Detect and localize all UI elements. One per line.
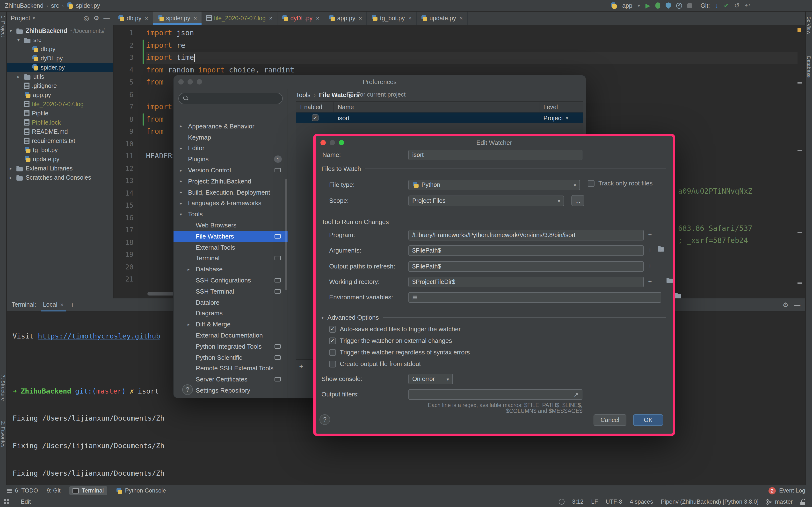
syntax-errors-checkbox[interactable]: Trigger the watcher regardless of syntax… (329, 349, 470, 356)
settings-item-datalore[interactable]: Datalore (173, 297, 288, 308)
locate-file-icon[interactable]: ◎ (84, 14, 89, 22)
file-encoding[interactable]: UTF-8 (606, 498, 622, 505)
file-type-combobox[interactable]: Python▾ (408, 180, 580, 190)
tree-item-app-py[interactable]: app.py (7, 90, 113, 100)
close-icon[interactable]: × (145, 15, 148, 21)
stop-button[interactable] (688, 3, 692, 8)
tab-dydl-py[interactable]: dyDL.py× (277, 12, 324, 24)
tree-item-requirements[interactable]: requirements.txt (7, 136, 113, 145)
breadcrumb-dir[interactable]: src (51, 2, 59, 9)
update-project-button[interactable]: ↓ (715, 2, 718, 9)
tool-button-todo[interactable]: 6: TODO (7, 487, 38, 494)
watcher-row-isort[interactable]: isort Project▾ (296, 113, 583, 123)
scope-combobox[interactable]: Project Files▾ (408, 195, 564, 206)
settings-item-project[interactable]: ▸Project: ZhihuBackend (173, 176, 288, 187)
settings-item-tools[interactable]: ▾Tools (173, 209, 288, 220)
tree-item-update-py[interactable]: update.py (7, 155, 113, 164)
settings-item-python-integrated-tools[interactable]: Python Integrated Tools (173, 341, 288, 352)
settings-item-version-control[interactable]: ▸Version Control (173, 165, 288, 176)
chevron-down-icon[interactable]: ▾ (33, 16, 35, 20)
tool-button-python-console[interactable]: Python Console (116, 487, 166, 494)
tree-item-gitignore[interactable]: .gitignore (7, 81, 113, 90)
settings-item-ssh-configurations[interactable]: SSH Configurations (173, 275, 288, 286)
line-separator[interactable]: LF (591, 498, 598, 505)
coverage-button[interactable] (666, 2, 671, 9)
run-config-selector[interactable]: app (622, 2, 632, 9)
insert-macro-icon[interactable]: + (648, 278, 652, 284)
close-icon[interactable]: × (194, 15, 197, 21)
tool-button-git[interactable]: 9: Git (47, 487, 60, 494)
environment-variables-field[interactable]: ▤ (408, 292, 661, 303)
settings-item-diagrams[interactable]: Diagrams (173, 308, 288, 319)
close-traffic-light[interactable] (179, 79, 184, 84)
settings-item-startup-tasks[interactable]: Startup Tasks (173, 396, 288, 398)
project-panel-title[interactable]: Project (11, 14, 30, 22)
close-icon[interactable]: × (459, 15, 463, 21)
tree-item-scratches[interactable]: ▸Scratches and Consoles (7, 173, 113, 182)
close-icon[interactable]: × (60, 301, 63, 308)
settings-tree[interactable]: ▸Appearance & Behavior Keymap ▸Editor Pl… (173, 121, 288, 398)
settings-item-diff-merge[interactable]: ▸Diff & Merge (173, 319, 288, 330)
settings-item-editor[interactable]: ▸Editor (173, 143, 288, 154)
settings-item-appearance[interactable]: ▸Appearance & Behavior (173, 121, 288, 132)
breadcrumb-project[interactable]: ZhihuBackend (5, 2, 44, 9)
track-root-checkbox[interactable]: Track only root files (588, 180, 653, 187)
tree-item-src[interactable]: ▾src (7, 35, 113, 44)
terminal-hide-icon[interactable]: — (794, 301, 800, 308)
git-branch-widget[interactable]: master (766, 498, 793, 505)
settings-item-external-documentation[interactable]: External Documentation (173, 330, 288, 341)
tab-tg-bot-py[interactable]: tg_bot.py× (367, 12, 416, 24)
arguments-field[interactable]: $FilePath$ (408, 245, 644, 256)
preferences-help-button[interactable]: ? (182, 384, 193, 395)
scope-browse-button[interactable]: ... (571, 195, 585, 206)
settings-item-build[interactable]: ▸Build, Execution, Deployment (173, 187, 288, 198)
tab-app-py[interactable]: app.py× (324, 12, 367, 24)
group-advanced-options[interactable]: ▾Advanced Options (321, 314, 666, 321)
terminal-tab-local[interactable]: Local× (41, 298, 65, 311)
proxy-globe-icon[interactable] (559, 499, 564, 505)
commit-button[interactable]: ✔ (724, 2, 729, 9)
stdout-output-checkbox[interactable]: Create output file from stdout (329, 360, 421, 368)
profiler-button[interactable] (676, 3, 682, 8)
caret-position[interactable]: 3:12 (572, 498, 583, 505)
tab-log-file[interactable]: file_2020-07-07.log× (202, 12, 277, 24)
autosave-checkbox[interactable]: Auto-save edited files to trigger the wa… (329, 326, 461, 333)
tree-item-dydl-py[interactable]: dyDL.py (7, 54, 113, 63)
zoom-traffic-light[interactable] (339, 140, 344, 145)
tool-window-switcher-icon[interactable] (4, 499, 9, 504)
tree-item-db-py[interactable]: db.py (7, 44, 113, 54)
debug-button[interactable] (656, 2, 660, 9)
tool-button-database[interactable]: Database (806, 56, 812, 78)
minimize-traffic-light[interactable] (329, 140, 335, 145)
terminal-link[interactable]: https://timothycrosley.github (38, 332, 160, 340)
close-icon[interactable]: × (359, 15, 362, 21)
close-traffic-light[interactable] (320, 140, 326, 145)
new-terminal-button[interactable]: + (70, 301, 74, 308)
cancel-button[interactable]: Cancel (594, 414, 626, 426)
insert-macro-icon[interactable]: + (648, 247, 652, 253)
settings-item-external-tools[interactable]: External Tools (173, 242, 288, 253)
settings-item-server-certificates[interactable]: Server Certificates (173, 374, 288, 385)
tree-item-spider-py[interactable]: spider.py (7, 63, 113, 72)
tool-button-terminal[interactable]: Terminal (69, 486, 107, 495)
tree-item-tg-bot-py[interactable]: tg_bot.py (7, 145, 113, 155)
browse-folder-icon[interactable] (666, 277, 673, 283)
settings-item-terminal[interactable]: Terminal (173, 253, 288, 264)
output-paths-field[interactable]: $FilePath$ (408, 261, 644, 272)
run-button[interactable]: ▶ (646, 2, 650, 9)
external-changes-checkbox[interactable]: Trigger the watcher on external changes (329, 337, 452, 344)
settings-item-python-scientific[interactable]: Python Scientific (173, 352, 288, 363)
watcher-help-button[interactable]: ? (319, 414, 330, 425)
tool-button-favorites[interactable]: 2: Favorites (0, 421, 6, 448)
breadcrumb-file[interactable]: spider.py (76, 2, 100, 9)
insert-macro-icon[interactable]: + (648, 231, 652, 237)
tree-item-readme[interactable]: README.md (7, 127, 113, 136)
settings-item-remote-ssh[interactable]: Remote SSH External Tools (173, 363, 288, 374)
expand-icon[interactable]: ↗ (659, 247, 664, 253)
settings-item-plugins[interactable]: Plugins1 (173, 154, 288, 165)
rollback-button[interactable]: ↶ (745, 2, 750, 9)
tool-button-project[interactable]: 1: Project (0, 15, 6, 37)
tab-spider-py[interactable]: spider.py× (153, 12, 202, 24)
insert-macro-icon[interactable]: + (648, 263, 652, 269)
settings-search-field[interactable] (179, 93, 283, 104)
